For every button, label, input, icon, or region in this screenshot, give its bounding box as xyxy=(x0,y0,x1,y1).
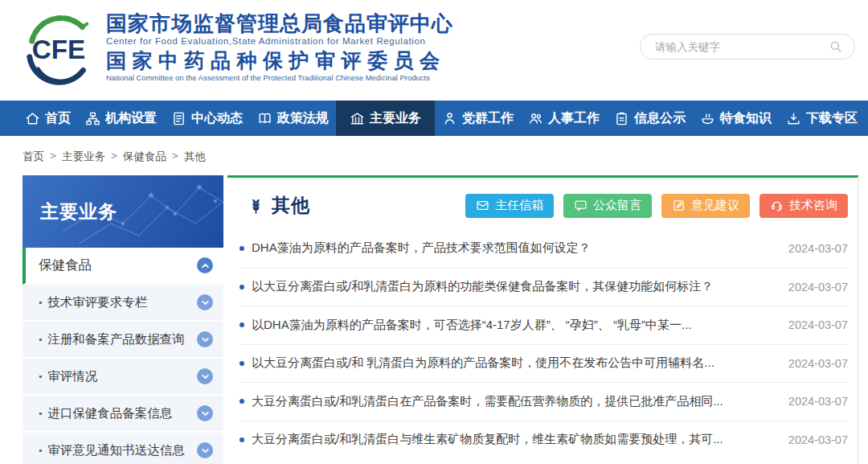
action-button-label: 公众留言 xyxy=(593,198,641,213)
sidebar-item[interactable]: 保健食品 xyxy=(23,248,223,285)
nav-item-label: 中心动态 xyxy=(191,110,243,127)
sidebar-item[interactable]: 审评情况 xyxy=(23,359,223,396)
chevron-down-icon[interactable] xyxy=(197,368,213,384)
list-item[interactable]: 大豆分离蛋白或/和乳清蛋白与维生素矿物质复配时，维生素矿物质如需要预处理，其可.… xyxy=(240,421,848,459)
nav-item[interactable]: 下载专区 xyxy=(779,101,865,136)
action-button[interactable]: 技术咨询 xyxy=(760,194,848,218)
nav-item[interactable]: 党群工作 xyxy=(435,101,521,136)
nav-item[interactable]: 中心动态 xyxy=(164,101,250,136)
list-item-title: 以大豆分离蛋白或/和 乳清蛋白为原料的产品备案时，使用不在发布公告中可用辅料名.… xyxy=(252,355,769,371)
bullet-dot xyxy=(240,322,244,327)
nav-item-label: 党群工作 xyxy=(462,110,514,127)
sidebar: 主要业务 保健食品 技术审评要求专栏 注册和备案产品数据查询 xyxy=(23,175,223,464)
mail-icon xyxy=(476,199,489,212)
search-input[interactable] xyxy=(655,41,829,53)
section-header: 其他 主任信箱 公众留言 意见建议 xyxy=(227,178,858,229)
news-icon xyxy=(171,111,186,126)
food-icon xyxy=(700,111,715,126)
bullet-dot xyxy=(240,246,244,251)
breadcrumb-link[interactable]: 其他 xyxy=(184,150,206,164)
business-icon xyxy=(350,111,365,126)
list-item[interactable]: 以DHA藻油为原料的产品备案时，可否选择“4-17岁人群”、 “孕妇”、 “乳母… xyxy=(240,306,848,344)
cfe-logo[interactable]: CFE xyxy=(19,10,98,88)
list-item[interactable]: 大豆分离蛋白或/和乳清蛋白在产品备案时，需要配伍营养物质的，提供已批准产品相同.… xyxy=(240,382,848,421)
breadcrumb-separator: > xyxy=(111,150,117,164)
sidebar-item[interactable]: 审评意见通知书送达信息 xyxy=(23,433,223,464)
list-item[interactable]: DHA藻油为原料的产品备案时，产品技术要求范围值如何设定？ 2024-03-07 xyxy=(240,229,848,268)
nav-item[interactable]: 政策法规 xyxy=(250,101,336,136)
breadcrumb-link[interactable]: 主要业务 xyxy=(62,150,105,164)
site-subtitle-en: National Committee on the Assessment of … xyxy=(106,74,453,82)
action-button[interactable]: 公众留言 xyxy=(563,194,652,218)
bullet-dot xyxy=(240,361,244,366)
list-item[interactable]: 以大豆分离蛋白或/和乳清蛋白为原料的功能类保健食品备案时，其保健功能如何标注？ … xyxy=(240,268,848,306)
chevron-up-icon[interactable] xyxy=(197,257,213,273)
bullet-dot xyxy=(240,399,244,404)
sidebar-item-label: 技术审评要求专栏 xyxy=(39,294,197,311)
list-item-title: 大豆分离蛋白或/和乳清蛋白与维生素矿物质复配时，维生素矿物质如需要预处理，其可.… xyxy=(252,432,769,447)
wheat-icon xyxy=(247,195,265,216)
home-icon xyxy=(25,111,40,126)
nav-item-label: 机构设置 xyxy=(105,110,157,127)
nav-item-label: 人事工作 xyxy=(548,110,600,127)
sidebar-header: 主要业务 xyxy=(23,175,223,248)
nav-item-label: 主要业务 xyxy=(370,110,421,127)
sidebar-item[interactable]: 进口保健食品备案信息 xyxy=(23,396,223,433)
sidebar-title: 主要业务 xyxy=(40,199,117,224)
main-navbar: 首页 机构设置 中心动态 政策法规 主要业务 党群工作 人事工作 xyxy=(0,101,868,136)
breadcrumb-separator: > xyxy=(50,150,56,164)
breadcrumb: 首页 > 主要业务 > 保健食品 > 其他 > xyxy=(23,150,868,164)
list-item-date: 2024-03-07 xyxy=(788,318,848,331)
svg-text:CFE: CFE xyxy=(32,35,86,64)
nav-item-label: 特食知识 xyxy=(720,110,772,127)
breadcrumb-link[interactable]: 首页 xyxy=(23,150,44,164)
list-item[interactable]: 以大豆分离蛋白或/和 乳清蛋白为原料的产品备案时，使用不在发布公告中可用辅料名.… xyxy=(240,344,848,383)
action-button-label: 技术咨询 xyxy=(789,198,837,213)
action-button-label: 主任信箱 xyxy=(495,198,543,213)
section-title: 其他 xyxy=(272,193,310,218)
chevron-down-icon[interactable] xyxy=(197,405,213,421)
list-item-title: 以大豆分离蛋白或/和乳清蛋白为原料的功能类保健食品备案时，其保健功能如何标注？ xyxy=(252,279,769,294)
sidebar-item-label: 注册和备案产品数据查询 xyxy=(39,331,197,348)
breadcrumb-link[interactable]: 保健食品 xyxy=(123,150,166,164)
nav-item[interactable]: 人事工作 xyxy=(521,101,607,136)
site-subtitle-cn: 国家中药品种保护审评委员会 xyxy=(106,51,453,71)
nav-item[interactable]: 信息公示 xyxy=(607,101,693,136)
list-item-title: DHA藻油为原料的产品备案时，产品技术要求范围值如何设定？ xyxy=(252,240,769,256)
policy-icon xyxy=(257,111,272,126)
comment-icon xyxy=(574,199,588,212)
nav-item-label: 下载专区 xyxy=(806,110,858,127)
news-list: DHA藻油为原料的产品备案时，产品技术要求范围值如何设定？ 2024-03-07… xyxy=(227,229,858,458)
chevron-down-icon[interactable] xyxy=(197,331,213,347)
search-icon[interactable] xyxy=(829,39,843,54)
nav-item[interactable]: 主要业务 xyxy=(336,101,435,136)
sidebar-item[interactable]: 技术审评要求专栏 xyxy=(23,285,223,322)
nav-item-label: 首页 xyxy=(45,110,71,127)
org-icon xyxy=(85,111,100,126)
chevron-down-icon[interactable] xyxy=(197,442,213,458)
site-header: CFE 国家市场监督管理总局食品审评中心 Center for Food Eva… xyxy=(0,0,868,101)
site-title-en: Center for Food Evaluation,State Adminis… xyxy=(106,37,453,47)
download-icon xyxy=(786,111,801,126)
list-item-date: 2024-03-07 xyxy=(788,433,848,446)
site-title-block: 国家市场监督管理总局食品审评中心 Center for Food Evaluat… xyxy=(106,13,453,81)
nav-item[interactable]: 首页 xyxy=(18,101,78,136)
hr-icon xyxy=(528,111,543,126)
sidebar-item[interactable]: 注册和备案产品数据查询 xyxy=(23,322,223,359)
chevron-down-icon[interactable] xyxy=(197,294,213,310)
list-item-title: 大豆分离蛋白或/和乳清蛋白在产品备案时，需要配伍营养物质的，提供已批准产品相同.… xyxy=(252,394,769,409)
edit-icon xyxy=(672,199,686,212)
search-box xyxy=(640,34,855,60)
nav-item[interactable]: 特食知识 xyxy=(693,101,779,136)
action-button-label: 意见建议 xyxy=(691,198,739,213)
list-item-date: 2024-03-07 xyxy=(788,242,848,255)
bullet-dot xyxy=(240,437,244,442)
list-item-title: 以DHA藻油为原料的产品备案时，可否选择“4-17岁人群”、 “孕妇”、 “乳母… xyxy=(252,318,769,333)
list-item-date: 2024-03-07 xyxy=(788,357,848,370)
action-button[interactable]: 意见建议 xyxy=(661,194,750,218)
nav-item[interactable]: 机构设置 xyxy=(78,101,164,136)
action-buttons: 主任信箱 公众留言 意见建议 技术咨询 xyxy=(465,194,848,218)
site-title-cn: 国家市场监督管理总局食品审评中心 xyxy=(106,13,453,34)
list-item-date: 2024-03-07 xyxy=(788,281,848,294)
action-button[interactable]: 主任信箱 xyxy=(465,194,554,218)
